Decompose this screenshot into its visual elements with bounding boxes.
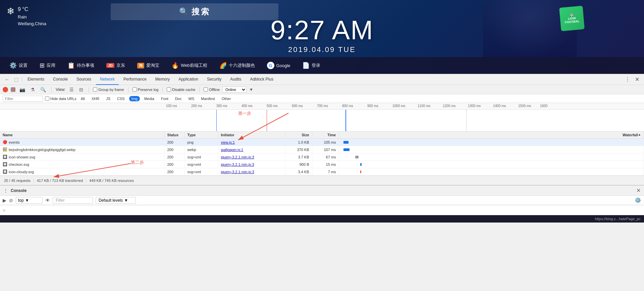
col-name: Name bbox=[0, 132, 164, 139]
preserve-log-label: Preserve log bbox=[132, 87, 159, 92]
taskbar-google[interactable]: G Google bbox=[264, 60, 293, 70]
tab-audits[interactable]: Audits bbox=[226, 74, 245, 85]
console-section: ⋮ Console ✕ ▶ ⊘ top ▼ 👁 Filter Default l… bbox=[0, 185, 644, 223]
context-dropdown-icon: ▼ bbox=[25, 198, 29, 203]
fire-icon: 🔥 bbox=[171, 62, 179, 69]
console-title: Console bbox=[11, 188, 26, 193]
tab-application[interactable]: Application bbox=[174, 74, 202, 85]
devtools-close-icon[interactable]: ✕ bbox=[633, 75, 641, 84]
col-time: Time bbox=[312, 132, 339, 139]
table-row[interactable]: 🔲icon-shower.svg200svg+xmljquery-3.2.1.m… bbox=[0, 153, 644, 161]
list-view-icon[interactable]: ☰ bbox=[68, 86, 75, 93]
filter-css[interactable]: CSS bbox=[115, 96, 127, 101]
offline-checkbox[interactable] bbox=[204, 87, 208, 92]
taskbar-google-label: Google bbox=[276, 63, 290, 68]
mark-1500ms: 1500 ms bbox=[518, 104, 531, 108]
row-name: events bbox=[9, 140, 19, 144]
devtools-inspect-icon[interactable]: ⬚ bbox=[12, 77, 20, 82]
tab-performance[interactable]: Performance bbox=[119, 74, 151, 85]
col-waterfall: Waterfall ▲ bbox=[339, 132, 644, 139]
console-drag-icon[interactable]: ⋮ bbox=[3, 188, 8, 193]
table-row[interactable]: 🔲icon-cloudy.svg200svg+xmljquery-3.2.1.m… bbox=[0, 168, 644, 176]
tab-network[interactable]: Network bbox=[96, 74, 119, 85]
filter-button[interactable]: ⚗ bbox=[29, 86, 36, 93]
row-initiator[interactable]: wallpaper.js:1 bbox=[218, 146, 285, 153]
console-eye-icon[interactable]: 👁 bbox=[45, 198, 50, 203]
file-type-icon: 🔲 bbox=[3, 162, 7, 166]
row-name: bejodmgbdmkkocgidcjpgbbpiggfgd.webp bbox=[9, 148, 75, 152]
filter-xhr[interactable]: XHR bbox=[89, 96, 102, 101]
filter-js[interactable]: JS bbox=[104, 96, 113, 101]
weather-temp: 9 °C bbox=[18, 5, 46, 14]
col-size: Size bbox=[285, 132, 312, 139]
taskbar-web[interactable]: 🔥 Web前端工程 bbox=[169, 60, 210, 70]
row-initiator[interactable]: jquery-3.2.1.min.js:3 bbox=[218, 161, 285, 168]
record-button[interactable] bbox=[3, 87, 8, 92]
table-row[interactable]: 🔴events200pngview.js:11.0 KB105 ms bbox=[0, 139, 644, 146]
tab-sources[interactable]: Sources bbox=[72, 74, 95, 85]
view-label: View: bbox=[56, 87, 65, 92]
taskbar-todo[interactable]: 📋 待办事项 bbox=[65, 60, 97, 70]
devtools-more-icon[interactable]: ⋮ bbox=[623, 75, 632, 84]
log-levels-selector[interactable]: Default levels ▼ bbox=[96, 197, 136, 204]
camera-button[interactable]: 📷 bbox=[18, 86, 26, 93]
row-waterfall bbox=[339, 161, 644, 168]
filter-input-console[interactable]: Filter bbox=[53, 197, 93, 204]
mark-400ms: 400 ms bbox=[241, 104, 253, 108]
filter-other[interactable]: Other bbox=[219, 96, 233, 101]
mark-900ms: 900 ms bbox=[367, 104, 378, 108]
console-stop-icon[interactable]: ⊘ bbox=[9, 198, 13, 203]
taskbar-apps[interactable]: ⊞ 应用 bbox=[37, 60, 58, 70]
row-initiator[interactable]: jquery-3.2.1.min.js:3 bbox=[218, 168, 285, 176]
tab-console[interactable]: Console bbox=[49, 74, 72, 85]
taskbar-hex[interactable]: 🌈 十六进制颜色 bbox=[217, 60, 258, 70]
network-main: 100 ms 200 ms 300 ms 400 ms 500 ms 600 m… bbox=[0, 103, 644, 185]
filter-font[interactable]: Font bbox=[159, 96, 171, 101]
filter-manifest[interactable]: Manifest bbox=[199, 96, 217, 101]
requests-count: 25 / 45 requests bbox=[4, 179, 31, 183]
console-close-button[interactable]: ✕ bbox=[636, 187, 641, 194]
clear-button[interactable]: 🚫 bbox=[11, 87, 15, 92]
network-throttle-select[interactable]: Online Fast 3G Slow 3G Offline bbox=[222, 87, 247, 93]
devtools-panel: ← ⬚ Elements Console Sources Network Per… bbox=[0, 74, 644, 223]
gear-icon: ⚙️ bbox=[9, 62, 17, 69]
row-initiator[interactable]: view.js:1 bbox=[218, 139, 285, 146]
taskbar-login[interactable]: 📄 登录 bbox=[300, 60, 323, 70]
filter-all[interactable]: All bbox=[78, 96, 87, 101]
throttle-dropdown-icon[interactable]: ▼ bbox=[249, 87, 253, 92]
taskbar-jd[interactable]: JD 京东 bbox=[104, 61, 128, 70]
tab-memory[interactable]: Memory bbox=[151, 74, 174, 85]
filter-doc[interactable]: Doc bbox=[173, 96, 184, 101]
row-waterfall bbox=[339, 168, 644, 176]
mark-1600ms: 1600 bbox=[540, 104, 547, 108]
filter-input[interactable] bbox=[3, 96, 43, 102]
mark-300ms: 300 ms bbox=[216, 104, 227, 108]
network-table-wrapper: Name Status Type Initiator Size Time Wat… bbox=[0, 132, 644, 176]
table-row[interactable]: 🔲checkon.svg200svg+xmljquery-3.2.1.min.j… bbox=[0, 161, 644, 168]
hide-data-urls-checkbox[interactable] bbox=[45, 96, 49, 101]
search-box[interactable]: 🔍 搜索 bbox=[111, 3, 278, 20]
console-input[interactable] bbox=[8, 208, 641, 213]
context-selector[interactable]: top ▼ bbox=[16, 197, 43, 204]
group-by-frame-label: Group by frame bbox=[93, 87, 124, 92]
row-status: 200 bbox=[164, 161, 184, 168]
waterfall-view-icon[interactable]: ⊟ bbox=[78, 86, 85, 93]
devtools-back-icon[interactable]: ← bbox=[3, 77, 11, 82]
row-initiator[interactable]: jquery-3.2.1.min.js:3 bbox=[218, 153, 285, 161]
tab-elements[interactable]: Elements bbox=[23, 74, 48, 85]
tab-security[interactable]: Security bbox=[203, 74, 225, 85]
taskbar-settings[interactable]: ⚙️ 设置 bbox=[7, 60, 30, 70]
console-settings-icon[interactable]: ⚙️ bbox=[635, 197, 641, 203]
disable-cache-checkbox[interactable] bbox=[167, 87, 171, 92]
file-type-icon: 🔴 bbox=[3, 140, 7, 144]
taskbar-taobao[interactable]: 淘 爱淘宝 bbox=[135, 61, 162, 70]
filter-media[interactable]: Media bbox=[142, 96, 157, 101]
filter-ws[interactable]: WS bbox=[186, 96, 197, 101]
console-run-icon[interactable]: ▶ bbox=[3, 198, 6, 203]
table-row[interactable]: 🖼️bejodmgbdmkkocgidcjpgbbpiggfgd.webp200… bbox=[0, 146, 644, 153]
search-button[interactable]: 🔍 bbox=[39, 86, 47, 93]
preserve-log-checkbox[interactable] bbox=[132, 87, 137, 92]
filter-img[interactable]: Img bbox=[129, 96, 140, 101]
tab-adblock[interactable]: Adblock Plus bbox=[246, 74, 277, 85]
group-by-frame-checkbox[interactable] bbox=[93, 87, 97, 92]
